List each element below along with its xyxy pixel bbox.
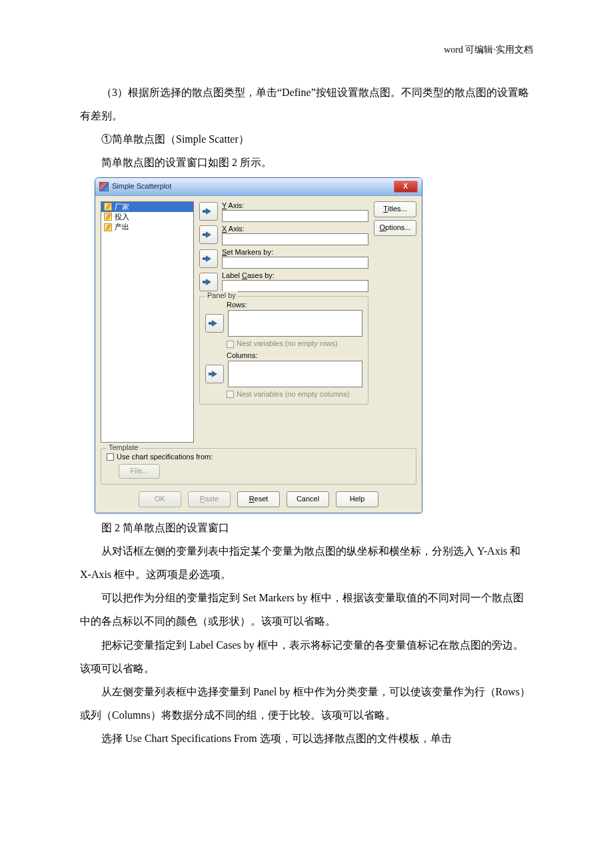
body-paragraph-8: 选择 Use Chart Specifications From 选项，可以选择… [80, 727, 533, 750]
variable-list[interactable]: 厂家 投入 产出 [101, 201, 194, 443]
arrow-right-icon [212, 320, 217, 327]
dialog-title: Simple Scatterplot [112, 182, 171, 191]
dialog-button-row: OK Paste Reset Cancel Help [101, 491, 416, 507]
rows-label: Rows: [227, 301, 362, 309]
use-chart-spec-label: Use chart specifications from: [117, 453, 213, 461]
reset-button[interactable]: Reset [237, 491, 280, 507]
close-icon: X [403, 183, 408, 191]
body-paragraph-6: 把标记变量指定到 Label Cases by 框中，表示将标记变量的各变量值标… [80, 633, 533, 680]
move-to-markers-button[interactable] [199, 249, 218, 268]
move-to-xaxis-button[interactable] [199, 225, 218, 244]
page-header: word 可编辑·实用文档 [80, 40, 533, 61]
nest-rows-checkbox [227, 341, 234, 348]
variable-item[interactable]: 产出 [101, 222, 193, 232]
panel-by-group: Panel by Rows: Nest variables (no empty … [199, 296, 368, 405]
variable-label: 产出 [115, 223, 129, 231]
body-paragraph-4: 从对话框左侧的变量列表中指定某个变量为散点图的纵坐标和横坐标，分别选入 Y-Ax… [80, 539, 533, 586]
move-to-yaxis-button[interactable] [199, 202, 218, 221]
body-paragraph-2: ①简单散点图（Simple Scatter） [80, 127, 533, 151]
nest-columns-checkbox [227, 391, 234, 398]
variable-label: 厂家 [115, 203, 129, 211]
rows-input[interactable] [228, 310, 362, 337]
app-icon [99, 182, 109, 191]
variable-item[interactable]: 厂家 [101, 202, 193, 212]
template-group: Template Use chart specifications from: … [101, 448, 416, 485]
cancel-button[interactable]: Cancel [287, 491, 329, 507]
arrow-right-icon [206, 208, 211, 215]
arrow-right-icon [206, 255, 211, 262]
arrow-right-icon [206, 231, 211, 238]
body-paragraph-7: 从左侧变量列表框中选择变量到 Panel by 框中作为分类变量，可以使该变量作… [80, 680, 533, 727]
variable-label: 投入 [115, 213, 129, 221]
arrow-right-icon [212, 371, 217, 377]
file-button: File... [119, 464, 160, 479]
columns-input[interactable] [228, 361, 362, 387]
body-paragraph-5: 可以把作为分组的变量指定到 Set Markers by 框中，根据该变量取值的… [80, 586, 533, 633]
paste-button: Paste [188, 491, 231, 507]
variable-icon [104, 203, 112, 211]
close-button[interactable]: X [394, 181, 418, 193]
yaxis-input[interactable] [222, 210, 368, 222]
xaxis-label: X Axis: [222, 225, 368, 233]
template-title: Template [107, 443, 141, 452]
figure-caption: 图 2 简单散点图的设置窗口 [80, 516, 533, 539]
panel-by-title: Panel by [205, 291, 238, 300]
nest-rows-label: Nest variables (no empty rows) [237, 339, 338, 348]
move-to-columns-button[interactable] [205, 365, 224, 383]
columns-label: Columns: [227, 351, 362, 360]
dialog-titlebar: Simple Scatterplot X [95, 178, 422, 196]
help-button[interactable]: Help [336, 491, 378, 507]
body-paragraph-1: （3）根据所选择的散点图类型，单击“Define”按钮设置散点图。不同类型的散点… [80, 81, 533, 127]
arrow-right-icon [206, 279, 211, 285]
set-markers-input[interactable] [222, 257, 368, 269]
simple-scatterplot-dialog: Simple Scatterplot X 厂家 投入 产出 [95, 177, 422, 513]
yaxis-label: Y Axis: [222, 201, 368, 210]
ok-button: OK [139, 491, 181, 507]
variable-icon [104, 223, 112, 231]
body-paragraph-3: 简单散点图的设置窗口如图 2 所示。 [80, 151, 533, 174]
move-to-labelcases-button[interactable] [199, 273, 218, 291]
set-markers-label: Set Markers by: [222, 248, 368, 257]
move-to-rows-button[interactable] [205, 314, 224, 333]
variable-item[interactable]: 投入 [101, 212, 193, 222]
variable-icon [104, 213, 112, 221]
titles-button[interactable]: Titles... [374, 201, 416, 217]
label-cases-input[interactable] [222, 280, 368, 292]
xaxis-input[interactable] [222, 233, 368, 245]
label-cases-label: Label Cases by: [222, 271, 368, 280]
nest-columns-label: Nest variables (no empty columns) [237, 390, 349, 399]
options-button[interactable]: Options... [374, 220, 416, 236]
use-chart-spec-checkbox[interactable] [107, 453, 114, 461]
